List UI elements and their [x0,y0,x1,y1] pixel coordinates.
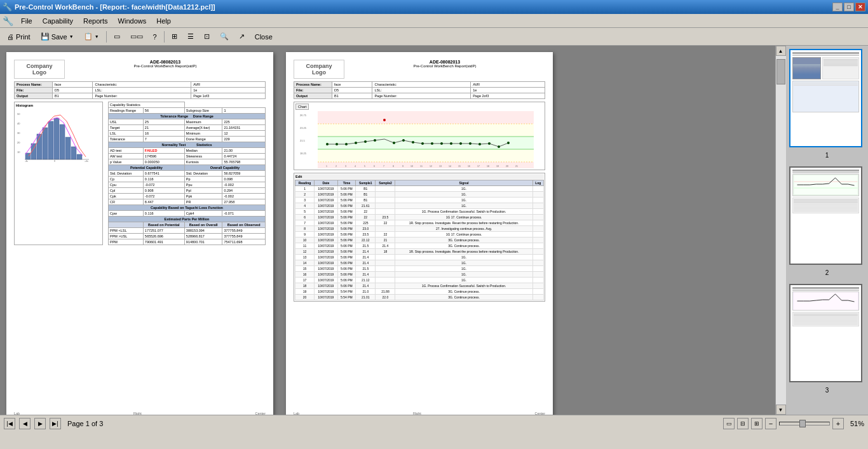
table-row: 410/07/20195:06 PM21.611G. [295,203,544,209]
table-row: 910/07/20195:06 PM23.5221G 17. Continue … [295,232,544,238]
view-mode-btn3[interactable]: ⊞ [751,418,763,429]
histogram-chart: 50 40 30 20 10 [16,109,102,163]
view-mode-btn2[interactable]: ⊟ [737,418,749,429]
zoom-slider-thumb[interactable] [799,420,806,427]
table-row: 610/07/20195:06 PM2223.51G 17. Continue … [295,215,544,220]
svg-point-51 [507,142,510,144]
thumbnail-1[interactable] [789,49,862,147]
svg-rect-10 [54,118,59,159]
last-page-button[interactable]: ▶| [50,418,61,429]
svg-text:+4s: +4s [85,160,88,163]
scroll-up-button[interactable]: ▲ [776,46,786,56]
menu-windows[interactable]: Windows [113,16,152,26]
view-btn2[interactable]: ☰ [183,30,198,44]
capability-section: Capability Statistics Readings Range56 S… [108,102,266,245]
table-row: 1010/07/20195:06 PM22.12213G. Continue p… [295,238,544,243]
pages-container[interactable]: Company Logo ADE-08082013 Pre-Control Wo… [0,46,775,415]
prev-page-button[interactable]: ◀ [19,418,31,429]
svg-rect-14 [77,154,82,159]
menu-reports[interactable]: Reports [78,16,113,26]
status-bar: |◀ ◀ ▶ ▶| Page 1 of 3 ▭ ⊟ ⊞ − + 51% [0,415,868,431]
grid-icon: ⊞ [172,32,177,41]
report-title-2: ADE-08082013 Pre-Control WorkBench Repor… [344,60,545,68]
report-page-1: Company Logo ADE-08082013 Pre-Control Wo… [6,52,273,415]
table-row: 1710/07/20195:06 PM21.121G. [295,278,544,283]
svg-point-50 [498,145,500,148]
main-area: Company Logo ADE-08082013 Pre-Control Wo… [0,46,868,415]
thumbnail-1-container: 1 [789,49,865,147]
run-chart: 26.75 23.25 21.5 18.25 [295,111,543,168]
menu-help[interactable]: Help [151,16,176,26]
svg-rect-12 [65,137,71,159]
two-page-button[interactable]: ▭▭ [126,30,147,44]
help-button[interactable]: ? [149,30,161,44]
fit-icon: ⊡ [204,32,210,41]
thumbnail-panel: 1 [785,46,868,415]
app-menu-icon: 🔧 [3,16,13,26]
save-button[interactable]: 💾 Save ▼ [36,30,78,44]
scrollbar-thumb[interactable] [776,59,785,84]
svg-point-38 [383,119,386,121]
thumbnail-2[interactable] [789,166,862,265]
menu-capability[interactable]: Capability [37,16,78,26]
title-bar: 🔧 Pre-Control WorkBench - [Report:- face… [0,0,868,14]
thumbnail-3[interactable] [789,284,862,382]
scrollbar-track[interactable] [776,56,786,405]
svg-text:6: 6 [374,165,375,168]
vertical-scrollbar[interactable]: ▲ ▼ [775,46,785,415]
restore-button[interactable]: □ [844,3,854,11]
table-row: 1210/07/20195:06 PM21.4181R. Stop proces… [295,249,544,255]
table-row: 210/07/20195:06 PMB11G. [295,192,544,198]
zoom-in-button[interactable]: + [832,418,844,429]
svg-point-48 [478,143,481,145]
report-info-table-2: Process Name:face Characteristic:AVR Fil… [294,81,545,99]
svg-point-34 [345,143,348,145]
view-btn5[interactable]: ↗ [234,30,249,44]
company-logo-1: Company Logo [14,60,65,79]
next-page-button[interactable]: ▶ [34,418,46,429]
copy-button[interactable]: 📋 ▼ [79,30,104,44]
view-mode-btn1[interactable]: ▭ [723,418,735,429]
svg-rect-21 [318,137,534,149]
chart-area: 26.75 23.25 21.5 18.25 [295,111,543,168]
svg-text:40: 40 [17,122,20,125]
thumbnail-3-container: 3 [789,284,865,382]
svg-point-40 [402,139,405,142]
toolbar1: 🖨 Print 💾 Save ▼ 📋 ▼ ▭ ▭▭ ? ⊞ ☰ ⊡ 🔍 ↗ Cl… [0,28,868,46]
print-button[interactable]: 🖨 Print [3,30,35,44]
svg-point-47 [469,142,471,145]
view-btn4[interactable]: 🔍 [215,30,233,44]
table-row: 310/07/20195:06 PMB11G. [295,198,544,203]
view-btn3[interactable]: ⊡ [200,30,214,44]
svg-point-49 [488,142,491,145]
zoom-out-button[interactable]: − [765,418,776,429]
scroll-down-button[interactable]: ▼ [776,405,786,415]
first-page-button[interactable]: |◀ [4,418,15,429]
svg-point-43 [431,142,433,145]
table-row: 1910/07/20195:54 PM21.021.883G. Continue… [295,289,544,295]
zoom-slider[interactable] [779,422,830,426]
status-right: ▭ ⊟ ⊞ − + 51% [723,418,864,429]
svg-point-36 [364,140,367,143]
save-dropdown-icon: ▼ [69,34,74,39]
svg-rect-19 [318,111,534,124]
window-close-button[interactable]: ✕ [855,3,865,11]
report-info-table-1: Process Name:face Characteristic:AVR Fil… [14,81,266,99]
svg-text:3: 3 [345,165,346,168]
close-toolbar-button[interactable]: Close [250,30,277,44]
toolbar-separator1 [106,31,107,43]
copy-dropdown-icon: ▼ [95,34,99,39]
data-section: Edit Reading Date Time Sample1 Sample2 S… [294,173,545,302]
table-row: 1410/07/20195:06 PM21.41G. [295,260,544,266]
minimize-button[interactable]: _ [832,3,843,11]
list-icon: ☰ [187,32,194,41]
table-row: 1510/07/20195:06 PM21.51G. [295,266,544,272]
table-row: 710/07/20195:06 PM225221R. Stop process.… [295,220,544,226]
view-btn1[interactable]: ⊞ [167,30,182,44]
single-page-button[interactable]: ▭ [109,30,125,44]
table-row: 1310/07/20195:06 PM21.41G. [295,255,544,260]
menu-file[interactable]: File [16,16,37,26]
page-footer-2: Lab Right Center [294,412,545,415]
svg-text:16: 16 [468,165,470,168]
zoom-value: 51% [846,420,864,427]
